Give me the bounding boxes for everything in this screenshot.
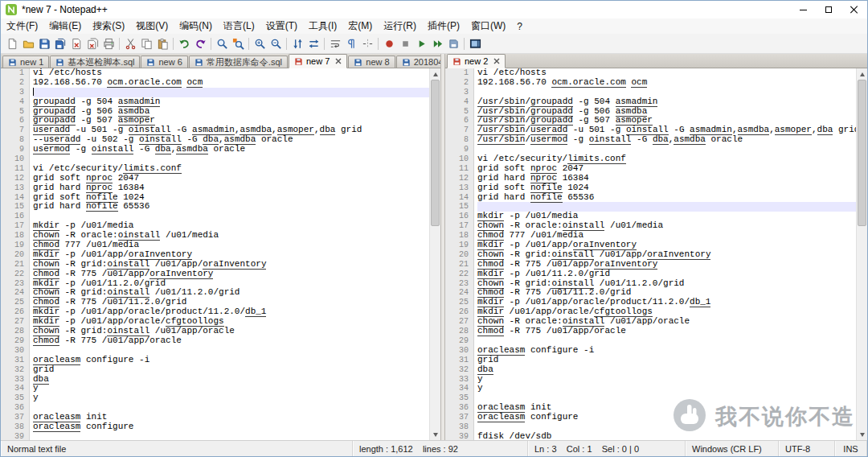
code-line[interactable]: chown -R grid:oinstall /u01/app/oraInven… [33, 260, 429, 270]
menu-item-12[interactable]: 窗口(W) [465, 19, 511, 34]
menu-item-3[interactable]: 搜索(S) [87, 19, 130, 34]
code-line[interactable]: oracleasm configure [477, 413, 856, 422]
title-bar[interactable]: *new 7 - Notepad++ [1, 1, 867, 19]
close-tab-icon[interactable] [493, 58, 500, 64]
code-line[interactable]: mkdir -p /u01/11.2.0/grid [477, 270, 856, 279]
code-line[interactable]: grid soft nproc 2047 [477, 164, 856, 174]
tab-new-7[interactable]: new 7 [289, 54, 347, 68]
tab-sql[interactable]: 常用数据库命令.sql [189, 56, 288, 68]
scroll-down-icon[interactable] [430, 429, 440, 440]
tab-new-2[interactable]: new 2 [447, 54, 506, 68]
open-folder-icon[interactable] [20, 35, 36, 51]
macro-run-multiple-icon[interactable] [429, 35, 445, 51]
code-right[interactable]: vi /etc/hosts192.168.56.70 ocm.oracle.co… [474, 68, 856, 440]
code-line[interactable]: /usr/sbin/groupadd -g 504 asmadmin [477, 97, 856, 107]
macro-record-icon[interactable] [381, 35, 397, 51]
code-line[interactable] [477, 88, 856, 97]
code-line[interactable]: groupadd -g 504 asmadmin [33, 97, 429, 107]
tab-new-1[interactable]: new 1 [2, 56, 49, 68]
close-button[interactable] [841, 1, 867, 19]
menu-item-13[interactable]: ? [511, 19, 528, 34]
code-line[interactable]: chmod -R 775 /u01/app/oraInventory [33, 270, 429, 279]
code-line[interactable]: oracleasm configure -i [477, 346, 856, 356]
zoom-in-icon[interactable] [252, 35, 268, 51]
menu-item-4[interactable]: 视图(V) [130, 19, 174, 34]
replace-icon[interactable] [230, 35, 246, 51]
find-icon[interactable] [214, 35, 230, 51]
save-icon[interactable] [36, 35, 52, 51]
code-line[interactable]: chmod -R 775 /u01/app/oracle [477, 327, 856, 336]
zoom-out-icon[interactable] [268, 35, 284, 51]
menu-item-6[interactable]: 语言(L) [218, 19, 260, 34]
code-line[interactable]: 192.168.56.70 ocm.oracle.com ocm [33, 78, 429, 88]
menu-item-5[interactable]: 编码(N) [174, 19, 218, 34]
copy-icon[interactable] [138, 35, 154, 51]
code-line[interactable]: 192.168.56.70 ocm.oracle.com ocm [477, 78, 856, 88]
scroll-up-icon[interactable] [430, 68, 440, 80]
code-line[interactable]: usermod -g oinstall -G dba,asmdba oracle [33, 145, 429, 154]
code-line[interactable]: oracleasm configure -i [33, 356, 429, 365]
macro-stop-icon[interactable] [397, 35, 413, 51]
tab-new-6[interactable]: new 6 [141, 56, 187, 68]
save-all-icon[interactable] [52, 35, 68, 51]
code-line[interactable]: dba [33, 375, 429, 385]
scroll-thumb[interactable] [858, 80, 866, 226]
status-insert-mode[interactable]: INS [835, 441, 867, 456]
print-icon[interactable] [100, 35, 117, 51]
code-line[interactable] [33, 88, 429, 97]
new-file-icon[interactable] [4, 35, 20, 51]
scroll-track[interactable] [857, 80, 867, 429]
sync-scroll-horizontal-icon[interactable] [305, 35, 321, 51]
menu-item-2[interactable]: 编辑(E) [43, 19, 87, 34]
code-line[interactable] [33, 432, 429, 440]
menu-item-10[interactable]: 运行(R) [378, 19, 422, 34]
scroll-down-icon[interactable] [857, 429, 867, 440]
scroll-up-icon[interactable] [857, 68, 867, 80]
close-all-icon[interactable] [84, 35, 100, 51]
code-line[interactable]: /usr/sbin/usermod -g oinstall -G dba,asm… [477, 135, 856, 145]
code-line[interactable]: grid [477, 356, 856, 365]
code-line[interactable]: oracleasm configure [33, 422, 429, 432]
close-tab-icon[interactable] [335, 58, 342, 64]
minimize-button[interactable] [790, 1, 816, 19]
menu-item-8[interactable]: 工具(I) [303, 19, 342, 34]
code-line[interactable]: grid [33, 365, 429, 375]
indent-guide-icon[interactable] [359, 35, 375, 51]
code-line[interactable]: fdisk /dev/sdb [477, 432, 856, 440]
code-line[interactable]: y [33, 384, 429, 393]
code-line[interactable]: y [33, 393, 429, 403]
editor-left[interactable]: 1234567891011121314151617181920212223242… [1, 68, 440, 440]
code-line[interactable]: dba [477, 365, 856, 375]
status-eol-format[interactable]: Windows (CR LF) [686, 441, 779, 456]
menu-item-1[interactable]: 文件(F) [1, 19, 43, 34]
undo-icon[interactable] [176, 35, 192, 51]
scroll-track[interactable] [430, 80, 440, 429]
code-line[interactable]: grid hard nproc 16384 [33, 183, 429, 193]
tab-new-8[interactable]: new 8 [348, 56, 395, 68]
macro-save-icon[interactable] [445, 35, 461, 51]
menu-item-11[interactable]: 插件(P) [422, 19, 465, 34]
code-line[interactable]: y [477, 375, 856, 385]
show-all-characters-icon[interactable] [343, 35, 359, 51]
paste-icon[interactable] [154, 35, 170, 51]
code-line[interactable]: chmod -R 775 /u01/app/oraInventory [477, 260, 856, 270]
code-line[interactable]: grid soft nofile 1024 [477, 183, 856, 193]
word-wrap-icon[interactable] [327, 35, 343, 51]
cut-icon[interactable] [122, 35, 138, 51]
menu-item-9[interactable]: 宏(M) [342, 19, 378, 34]
code-line[interactable]: grid hard nofile 65536 [33, 202, 429, 212]
code-left[interactable]: vi /etc/hosts192.168.56.70 ocm.oracle.co… [30, 68, 429, 440]
code-line[interactable]: grid soft nproc 2047 [33, 174, 429, 183]
code-line[interactable]: vi /etc/security/limits.conf [33, 164, 429, 174]
code-line[interactable]: chmod -R 775 /u01/app/oracle [33, 336, 429, 346]
redo-icon[interactable] [192, 35, 208, 51]
close-icon[interactable] [68, 35, 84, 51]
code-line[interactable]: grid hard nofile 65536 [477, 193, 856, 203]
scrollbar-right[interactable] [856, 68, 867, 440]
sync-scroll-vertical-icon[interactable] [289, 35, 305, 51]
scroll-thumb[interactable] [431, 80, 440, 226]
menu-item-7[interactable]: 设置(T) [260, 19, 303, 34]
scrollbar-left[interactable] [429, 68, 440, 440]
maximize-button[interactable] [816, 1, 841, 19]
status-encoding[interactable]: UTF-8 [779, 441, 835, 456]
